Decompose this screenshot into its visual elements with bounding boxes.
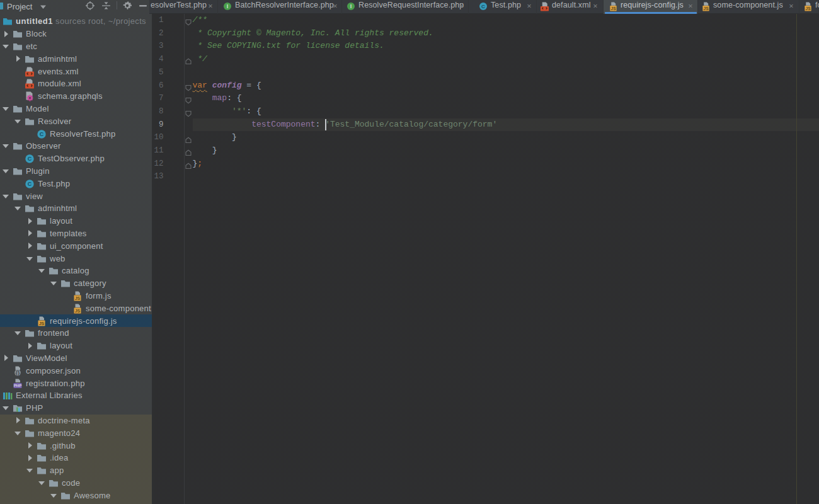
- svg-text:PHP: PHP: [14, 384, 21, 387]
- svg-text:C: C: [28, 181, 32, 187]
- svg-text:JS: JS: [703, 6, 709, 10]
- svg-text:C: C: [40, 131, 44, 137]
- svg-text:C: C: [28, 156, 32, 162]
- svg-text:JS: JS: [75, 296, 81, 301]
- svg-text:JS: JS: [610, 6, 616, 10]
- svg-text:I: I: [350, 3, 352, 9]
- svg-text:JS: JS: [75, 309, 81, 313]
- svg-text:{}: {}: [16, 369, 20, 375]
- svg-text:I: I: [227, 3, 229, 9]
- svg-text:JS: JS: [39, 321, 45, 325]
- svg-text:JS: JS: [805, 6, 811, 10]
- svg-text:C: C: [481, 4, 485, 9]
